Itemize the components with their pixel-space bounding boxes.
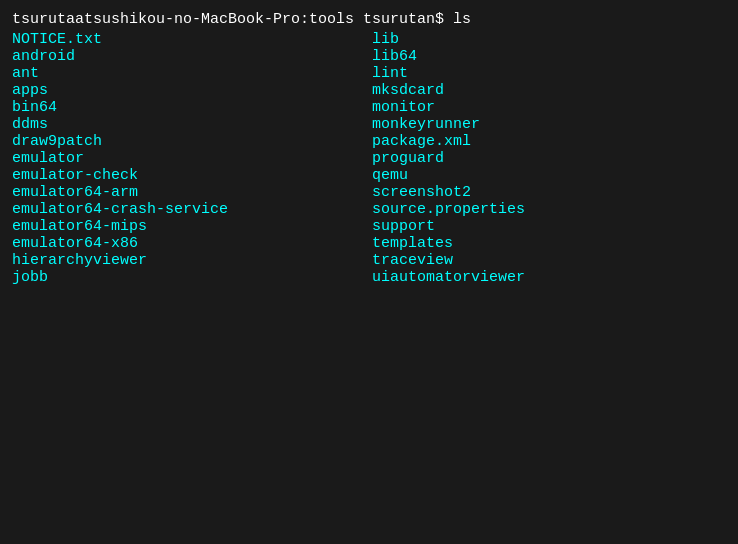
list-item: emulator64-x86: [12, 235, 372, 252]
list-item: mksdcard: [372, 82, 444, 99]
list-item: NOTICE.txt: [12, 31, 372, 48]
list-item: lint: [372, 65, 408, 82]
list-item: lib: [372, 31, 399, 48]
list-item: lib64: [372, 48, 417, 65]
list-item: apps: [12, 82, 372, 99]
list-item: android: [12, 48, 372, 65]
table-row: emulator64-x86templates: [12, 235, 726, 252]
prompt-line: tsurutaatsushikou-no-MacBook-Pro:tools t…: [12, 8, 726, 31]
list-item: jobb: [12, 269, 372, 286]
list-item: qemu: [372, 167, 408, 184]
list-item: package.xml: [372, 133, 471, 150]
table-row: emulator64-mipssupport: [12, 218, 726, 235]
list-item: emulator64-crash-service: [12, 201, 372, 218]
list-item: uiautomatorviewer: [372, 269, 525, 286]
list-item: ant: [12, 65, 372, 82]
list-item: draw9patch: [12, 133, 372, 150]
table-row: ddmsmonkeyrunner: [12, 116, 726, 133]
list-item: proguard: [372, 150, 444, 167]
ls-output: NOTICE.txtlibandroidlib64antlintappsmksd…: [12, 31, 726, 286]
table-row: emulator64-crash-servicesource.propertie…: [12, 201, 726, 218]
list-item: traceview: [372, 252, 453, 269]
table-row: jobbuiautomatorviewer: [12, 269, 726, 286]
table-row: androidlib64: [12, 48, 726, 65]
table-row: emulator-checkqemu: [12, 167, 726, 184]
list-item: templates: [372, 235, 453, 252]
list-item: screenshot2: [372, 184, 471, 201]
list-item: emulator64-arm: [12, 184, 372, 201]
list-item: ddms: [12, 116, 372, 133]
list-item: monkeyrunner: [372, 116, 480, 133]
table-row: hierarchyviewertraceview: [12, 252, 726, 269]
table-row: emulatorproguard: [12, 150, 726, 167]
list-item: bin64: [12, 99, 372, 116]
table-row: draw9patchpackage.xml: [12, 133, 726, 150]
list-item: emulator: [12, 150, 372, 167]
table-row: NOTICE.txtlib: [12, 31, 726, 48]
list-item: source.properties: [372, 201, 525, 218]
table-row: bin64monitor: [12, 99, 726, 116]
list-item: emulator64-mips: [12, 218, 372, 235]
list-item: support: [372, 218, 435, 235]
terminal-window: tsurutaatsushikou-no-MacBook-Pro:tools t…: [12, 8, 726, 286]
list-item: emulator-check: [12, 167, 372, 184]
list-item: monitor: [372, 99, 435, 116]
list-item: hierarchyviewer: [12, 252, 372, 269]
table-row: emulator64-armscreenshot2: [12, 184, 726, 201]
table-row: antlint: [12, 65, 726, 82]
table-row: appsmksdcard: [12, 82, 726, 99]
